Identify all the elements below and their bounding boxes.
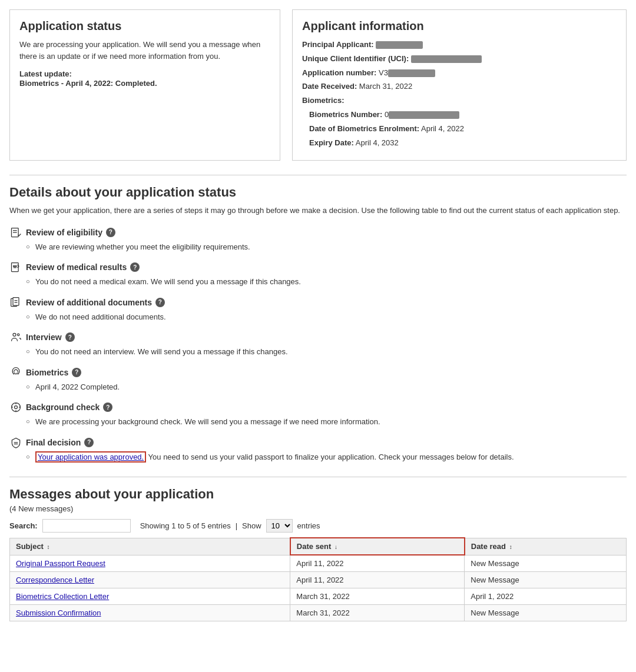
step-documents: Review of additional documents ? We do n… xyxy=(9,296,627,323)
biometrics-number-prefix: 0 xyxy=(385,110,389,119)
step-final-detail: Your application was approved. You need … xyxy=(26,451,627,463)
msg-subject-link[interactable]: Submission Confirmation xyxy=(16,608,101,617)
applicant-info-title: Applicant information xyxy=(302,19,617,33)
msg-date-sent-cell: April 11, 2022 xyxy=(290,555,465,572)
new-messages-count: (4 New messages) xyxy=(9,504,627,513)
app-number-label: Application number: xyxy=(302,68,376,77)
documents-help-icon[interactable]: ? xyxy=(155,298,165,307)
msg-date-sent-cell: March 31, 2022 xyxy=(290,605,465,621)
step-background-detail-item: We are processing your background check.… xyxy=(26,416,627,428)
search-input[interactable] xyxy=(42,519,131,533)
step-final-detail-item: Your application was approved. You need … xyxy=(26,451,627,463)
step-interview-detail: You do not need an interview. We will se… xyxy=(26,346,627,358)
step-background-label: Background check xyxy=(26,402,100,412)
col-date-read[interactable]: Date read ↕ xyxy=(465,538,627,555)
date-received-row: Date Received: March 31, 2022 xyxy=(302,81,617,93)
biometrics-enrolment-value: April 4, 2022 xyxy=(421,124,464,133)
details-description: When we get your application, there are … xyxy=(9,205,627,217)
biometrics-main-label: Biometrics: xyxy=(302,96,344,105)
step-medical-label: Review of medical results xyxy=(26,262,127,272)
step-biometrics-header: Biometrics ? xyxy=(9,366,627,379)
messages-table-header: Subject ↕ Date sent ↓ Date read ↕ xyxy=(10,538,627,555)
show-select[interactable]: 10 25 50 xyxy=(266,519,293,533)
principal-applicant-row: Principal Applicant: xyxy=(302,39,617,51)
msg-date-read-cell: New Message xyxy=(465,555,627,572)
interview-icon xyxy=(9,331,22,344)
eligibility-icon xyxy=(9,226,22,239)
interview-help-icon[interactable]: ? xyxy=(65,332,75,342)
approved-link[interactable]: Your application was approved. xyxy=(35,451,146,463)
step-final-header: Final decision ? xyxy=(9,436,627,449)
col-subject[interactable]: Subject ↕ xyxy=(10,538,290,555)
biometrics-enrolment-label: Date of Biometrics Enrolment: xyxy=(309,124,419,133)
biometrics-number-row: Biometrics Number: 0 xyxy=(309,109,617,121)
details-section: Details about your application status Wh… xyxy=(9,185,627,463)
msg-date-sent-cell: April 11, 2022 xyxy=(290,572,465,588)
show-suffix: entries xyxy=(297,521,320,530)
msg-date-read-cell: New Message xyxy=(465,605,627,621)
section-divider-2 xyxy=(9,477,627,477)
step-final-detail-post: You need to send us your valid passport … xyxy=(146,453,514,461)
messages-section: Messages about your application (4 New m… xyxy=(9,487,627,621)
biometrics-label-row: Biometrics: xyxy=(302,95,617,107)
step-documents-header: Review of additional documents ? xyxy=(9,296,627,309)
step-background-header: Background check ? xyxy=(9,401,627,414)
table-row: Biometrics Collection LetterMarch 31, 20… xyxy=(10,588,627,605)
date-read-sort-icon: ↕ xyxy=(509,544,512,550)
msg-date-read-cell: April 1, 2022 xyxy=(465,588,627,605)
search-label: Search: xyxy=(9,521,38,530)
documents-icon xyxy=(9,296,22,309)
step-final-label: Final decision xyxy=(26,438,81,447)
col-date-sent[interactable]: Date sent ↓ xyxy=(290,538,465,555)
step-eligibility-detail-item: We are reviewing whether you meet the el… xyxy=(26,241,627,253)
final-help-icon[interactable]: ? xyxy=(84,438,94,447)
messages-title: Messages about your application xyxy=(9,487,627,502)
step-biometrics-detail-item: April 4, 2022 Completed. xyxy=(26,381,627,393)
uci-row: Unique Client Identifier (UCI): xyxy=(302,53,617,65)
uci-label: Unique Client Identifier (UCI): xyxy=(302,54,409,63)
background-icon xyxy=(9,401,22,414)
app-number-prefix: V3 xyxy=(379,68,388,77)
svg-rect-3 xyxy=(12,263,19,272)
step-biometrics-detail: April 4, 2022 Completed. xyxy=(26,381,627,393)
msg-subject-link[interactable]: Original Passport Request xyxy=(16,559,105,568)
table-row: Original Passport RequestApril 11, 2022N… xyxy=(10,555,627,572)
medical-icon xyxy=(9,261,22,274)
medical-help-icon[interactable]: ? xyxy=(130,262,140,272)
step-medical-detail: You do not need a medical exam. We will … xyxy=(26,276,627,288)
step-final: Final decision ? Your application was ap… xyxy=(9,436,627,463)
biometrics-number-redacted xyxy=(389,111,459,119)
step-interview-label: Interview xyxy=(26,332,62,342)
biometrics-number-label: Biometrics Number: xyxy=(309,110,382,119)
entries-info: Showing 1 to 5 of 5 entries xyxy=(140,521,231,530)
col-date-sent-label: Date sent xyxy=(297,542,332,551)
background-help-icon[interactable]: ? xyxy=(103,402,112,412)
step-biometrics-label: Biometrics xyxy=(26,368,68,377)
msg-date-sent-cell: March 31, 2022 xyxy=(290,588,465,605)
applicant-info-box: Applicant information Principal Applican… xyxy=(292,9,627,161)
biometrics-details: Biometrics Number: 0 Date of Biometrics … xyxy=(309,109,617,149)
principal-applicant-label: Principal Applicant: xyxy=(302,40,374,49)
msg-subject-cell: Biometrics Collection Letter xyxy=(10,588,290,605)
msg-subject-link[interactable]: Correspondence Letter xyxy=(16,575,94,584)
biometrics-help-icon[interactable]: ? xyxy=(72,368,81,377)
subject-sort-icon: ↕ xyxy=(47,544,50,550)
step-eligibility-detail: We are reviewing whether you meet the el… xyxy=(26,241,627,253)
expiry-date-label: Expiry Date: xyxy=(309,138,354,147)
col-subject-label: Subject xyxy=(16,542,44,551)
biometrics-enrolment-row: Date of Biometrics Enrolment: April 4, 2… xyxy=(309,123,617,135)
msg-date-read-cell: New Message xyxy=(465,572,627,588)
expiry-date-row: Expiry Date: April 4, 2032 xyxy=(309,137,617,149)
principal-applicant-value xyxy=(376,41,423,49)
svg-point-9 xyxy=(18,334,19,336)
eligibility-help-icon[interactable]: ? xyxy=(106,228,115,237)
step-eligibility-label: Review of eligibility xyxy=(26,228,102,237)
step-documents-detail-item: We do not need additional documents. xyxy=(26,311,627,323)
msg-subject-link[interactable]: Biometrics Collection Letter xyxy=(16,592,109,601)
search-bar: Search: Showing 1 to 5 of 5 entries | Sh… xyxy=(9,519,627,533)
step-medical: Review of medical results ? You do not n… xyxy=(9,261,627,288)
step-medical-header: Review of medical results ? xyxy=(9,261,627,274)
expiry-date-value: April 4, 2032 xyxy=(356,138,399,147)
date-received-label: Date Received: xyxy=(302,82,357,91)
application-status-box: Application status We are processing you… xyxy=(9,9,280,161)
